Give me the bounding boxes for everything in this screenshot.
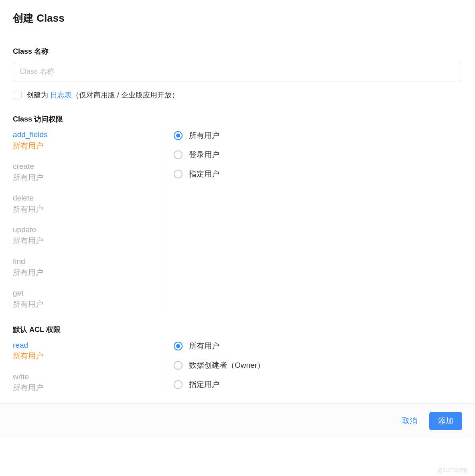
radio-icon [174, 150, 183, 159]
class-name-label: Class 名称 [13, 47, 462, 56]
acl-perm-option-1[interactable]: 数据创建者（Owner） [174, 360, 462, 371]
class-perm-list: add_fields所有用户create所有用户delete所有用户update… [13, 130, 164, 310]
class-perm-item-value: 所有用户 [13, 267, 156, 279]
acl-perm-item-write[interactable]: write所有用户 [13, 372, 156, 394]
acl-perm-option-2[interactable]: 指定用户 [174, 379, 462, 390]
class-perm-item-name: find [13, 256, 156, 267]
class-name-input[interactable] [13, 62, 462, 81]
radio-label: 登录用户 [189, 150, 219, 160]
logtable-checkbox[interactable] [13, 91, 22, 99]
cancel-button[interactable]: 取消 [400, 413, 420, 429]
acl-perm-options: 所有用户数据创建者（Owner）指定用户 [164, 340, 462, 394]
class-perm-item-value: 所有用户 [13, 235, 156, 247]
class-perm-item-name: delete [13, 193, 156, 204]
class-perm-option-1[interactable]: 登录用户 [174, 150, 462, 160]
radio-label: 指定用户 [189, 379, 219, 390]
acl-perm-item-name: write [13, 372, 156, 383]
class-perm-item-name: add_fields [13, 130, 156, 140]
class-perm-item-delete[interactable]: delete所有用户 [13, 193, 156, 215]
class-perm-item-value: 所有用户 [13, 299, 156, 310]
dialog-header: 创建 Class [0, 0, 475, 35]
acl-perm-block: read所有用户write所有用户 所有用户数据创建者（Owner）指定用户 [13, 340, 462, 394]
class-perm-option-0[interactable]: 所有用户 [174, 130, 462, 141]
logtable-link[interactable]: 日志表 [50, 91, 72, 99]
acl-perm-section-label: 默认 ACL 权限 [13, 325, 462, 334]
acl-perm-item-value: 所有用户 [13, 382, 156, 394]
dialog-footer: 取消 添加 [0, 403, 475, 438]
class-perm-item-value: 所有用户 [13, 140, 156, 152]
class-perm-block: add_fields所有用户create所有用户delete所有用户update… [13, 130, 462, 310]
class-perm-item-name: create [13, 161, 156, 172]
class-perm-item-name: get [13, 288, 156, 299]
class-perm-item-value: 所有用户 [13, 172, 156, 184]
radio-icon [174, 342, 183, 350]
class-perm-item-update[interactable]: update所有用户 [13, 225, 156, 247]
radio-label: 数据创建者（Owner） [189, 360, 265, 371]
radio-icon [174, 170, 183, 178]
class-perm-item-add_fields[interactable]: add_fields所有用户 [13, 130, 156, 152]
radio-icon [174, 361, 183, 370]
radio-label: 指定用户 [189, 169, 219, 179]
class-perm-section-label: Class 访问权限 [13, 114, 462, 124]
class-perm-options: 所有用户登录用户指定用户 [164, 130, 462, 310]
dialog-title: 创建 Class [13, 11, 462, 25]
dialog-content: Class 名称 创建为 日志表（仅对商用版 / 企业版应用开放） Class … [0, 35, 475, 403]
logtable-label: 创建为 日志表（仅对商用版 / 企业版应用开放） [26, 90, 179, 100]
acl-perm-item-read[interactable]: read所有用户 [13, 340, 156, 362]
acl-perm-list: read所有用户write所有用户 [13, 340, 164, 394]
submit-button[interactable]: 添加 [429, 412, 462, 430]
logtable-suffix: （仅对商用版 / 企业版应用开放） [72, 91, 179, 99]
logtable-row: 创建为 日志表（仅对商用版 / 企业版应用开放） [13, 90, 462, 100]
logtable-prefix: 创建为 [26, 91, 50, 99]
radio-label: 所有用户 [189, 130, 219, 141]
class-perm-option-2[interactable]: 指定用户 [174, 169, 462, 179]
acl-perm-item-value: 所有用户 [13, 350, 156, 362]
acl-perm-option-0[interactable]: 所有用户 [174, 341, 462, 351]
radio-icon [174, 380, 183, 389]
radio-label: 所有用户 [189, 341, 219, 351]
class-perm-item-name: update [13, 225, 156, 235]
radio-icon [174, 131, 183, 140]
class-perm-item-find[interactable]: find所有用户 [13, 256, 156, 278]
class-perm-item-value: 所有用户 [13, 204, 156, 215]
acl-perm-item-name: read [13, 340, 156, 351]
class-perm-item-create[interactable]: create所有用户 [13, 161, 156, 183]
class-perm-item-get[interactable]: get所有用户 [13, 288, 156, 310]
